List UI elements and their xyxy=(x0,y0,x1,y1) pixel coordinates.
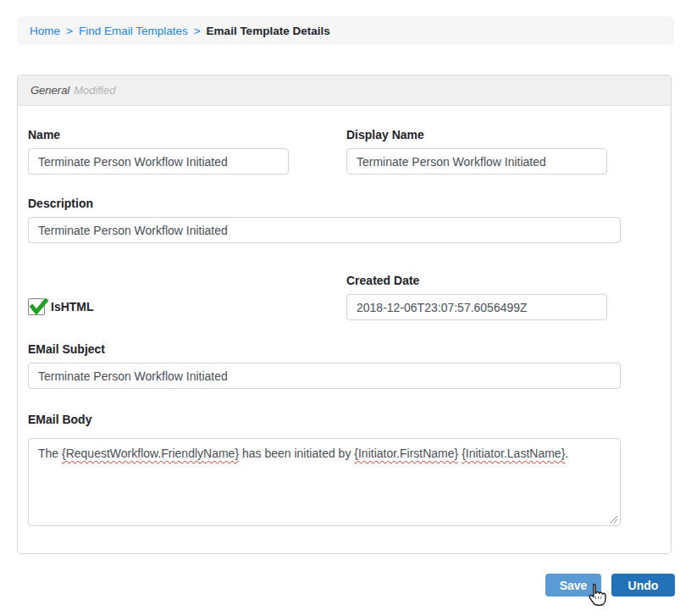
general-panel: General Modified Name Display Name Descr… xyxy=(17,75,672,554)
ishtml-label: IsHTML xyxy=(51,300,94,314)
body-text: . xyxy=(565,447,568,460)
email-body-label: EMail Body xyxy=(28,413,661,426)
template-token: {RequestWorkflow.FriendlyName} xyxy=(62,447,239,460)
field-name: Name xyxy=(28,128,346,175)
panel-title: General xyxy=(30,84,69,97)
email-subject-input[interactable] xyxy=(28,363,621,389)
breadcrumb-current-page: Email Template Details xyxy=(207,25,330,37)
page: { "breadcrumb": { "separator": ">", "ite… xyxy=(0,0,691,616)
template-token: {Initiator.FirstName} xyxy=(354,447,458,460)
breadcrumb-separator: > xyxy=(66,25,73,37)
field-email-body: EMail Body The {RequestWorkflow.Friendly… xyxy=(28,413,661,526)
undo-button[interactable]: Undo xyxy=(611,574,675,597)
field-ishtml: IsHTML xyxy=(28,298,346,320)
name-input[interactable] xyxy=(28,148,289,175)
breadcrumb-separator: > xyxy=(194,25,201,37)
field-created-date: Created Date xyxy=(346,274,634,320)
created-date-input[interactable] xyxy=(346,294,607,320)
body-text: The xyxy=(38,447,62,460)
field-description: Description xyxy=(28,197,661,243)
description-input[interactable] xyxy=(28,217,621,243)
row-ishtml-createddate: IsHTML Created Date xyxy=(28,274,661,320)
breadcrumb-link-find-email-templates[interactable]: Find Email Templates xyxy=(79,25,188,37)
checkmark-icon xyxy=(30,297,48,316)
panel-body: Name Display Name Description xyxy=(18,106,671,553)
row-name-displayname: Name Display Name xyxy=(28,128,661,175)
resize-grip-icon[interactable] xyxy=(610,515,618,524)
ishtml-checkbox[interactable] xyxy=(28,298,45,315)
field-display-name: Display Name xyxy=(346,128,634,175)
panel-header: General Modified xyxy=(18,75,671,106)
display-name-label: Display Name xyxy=(346,128,634,142)
name-label: Name xyxy=(28,128,346,142)
action-button-row: Save Undo xyxy=(0,574,675,597)
template-token: {Initiator.LastName} xyxy=(462,447,565,460)
field-email-subject: EMail Subject xyxy=(28,342,661,389)
breadcrumb: Home > Find Email Templates > Email Temp… xyxy=(17,16,674,45)
created-date-label: Created Date xyxy=(346,274,634,287)
panel-modified-badge: Modified xyxy=(74,84,115,97)
save-button[interactable]: Save xyxy=(545,574,601,597)
body-text: has been initiated by xyxy=(239,447,354,460)
display-name-input[interactable] xyxy=(346,148,607,175)
email-body-textarea[interactable]: The {RequestWorkflow.FriendlyName} has b… xyxy=(28,438,621,526)
breadcrumb-link-home[interactable]: Home xyxy=(30,25,60,37)
email-subject-label: EMail Subject xyxy=(28,342,661,356)
description-label: Description xyxy=(28,197,661,210)
